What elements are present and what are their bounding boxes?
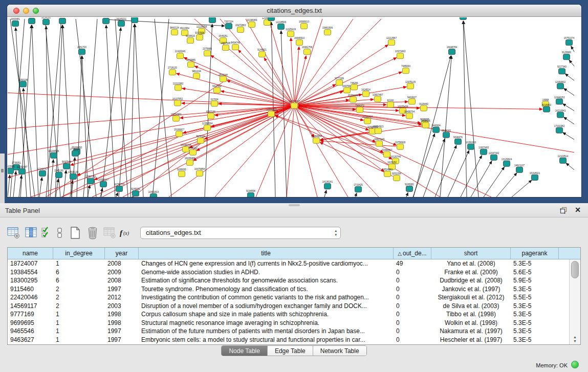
graph-node[interactable]: [324, 183, 331, 189]
graph-node[interactable]: [211, 101, 218, 106]
graph-node[interactable]: [443, 132, 450, 138]
graph-node[interactable]: [173, 116, 180, 121]
graph-node[interactable]: [133, 190, 139, 196]
graph-node[interactable]: [29, 18, 35, 24]
graph-node[interactable]: [249, 22, 255, 28]
graph-node[interactable]: [516, 167, 523, 172]
graph-node[interactable]: [563, 54, 570, 60]
graph-node[interactable]: [423, 122, 429, 128]
graph-node[interactable]: [204, 125, 211, 130]
graph-node[interactable]: [357, 107, 363, 113]
column-header-pagerank[interactable]: pagerank: [511, 248, 559, 259]
graph-node[interactable]: [560, 158, 567, 163]
scrollbar-arrows-icon[interactable]: ▲▼: [570, 335, 580, 343]
graph-node[interactable]: [72, 150, 79, 156]
graph-node[interactable]: [406, 113, 413, 119]
graph-node[interactable]: [324, 30, 331, 35]
graph-node[interactable]: [177, 53, 184, 59]
graph-node[interactable]: [557, 83, 564, 89]
graph-node[interactable]: [20, 81, 27, 87]
graph-node[interactable]: [118, 21, 125, 27]
graph-node[interactable]: [455, 139, 462, 144]
column-header-name[interactable]: name: [8, 248, 53, 259]
panel-collapse-handle[interactable]: [1, 169, 4, 172]
graph-node[interactable]: [543, 106, 550, 112]
graph-node[interactable]: [171, 30, 178, 35]
graph-node[interactable]: [175, 100, 181, 106]
graph-node[interactable]: [336, 80, 343, 85]
graph-node[interactable]: [397, 53, 404, 59]
graph-node[interactable]: [364, 118, 371, 124]
graph-node[interactable]: [491, 155, 497, 160]
graph-node[interactable]: [376, 141, 383, 146]
graph-node[interactable]: [187, 38, 194, 43]
graph-node[interactable]: [421, 105, 427, 111]
graph-node[interactable]: [19, 168, 26, 174]
graph-node[interactable]: [556, 99, 563, 104]
graph-node[interactable]: [198, 138, 204, 143]
graph-node[interactable]: [193, 73, 200, 79]
graph-node[interactable]: [397, 144, 404, 149]
graph-node[interactable]: [384, 151, 390, 157]
graph-node[interactable]: [176, 131, 183, 137]
graph-node[interactable]: [63, 163, 70, 169]
graph-node[interactable]: [407, 83, 414, 89]
graph-node[interactable]: [79, 49, 85, 55]
memory-status-indicator[interactable]: [571, 361, 579, 368]
graph-node[interactable]: [406, 186, 413, 191]
graph-node[interactable]: [8, 168, 14, 173]
graph-node[interactable]: [504, 161, 510, 166]
scrollbar-thumb[interactable]: [571, 261, 579, 278]
graph-node[interactable]: [208, 113, 214, 119]
graph-node[interactable]: [409, 99, 416, 104]
delete-columns-button[interactable]: [84, 225, 101, 241]
column-header-title[interactable]: title: [139, 248, 394, 259]
graph-node[interactable]: [175, 85, 182, 91]
close-panel-icon[interactable]: ✕: [575, 206, 581, 214]
graph-node[interactable]: [304, 49, 311, 55]
graph-node[interactable]: [344, 87, 351, 93]
panel-drag-handle[interactable]: [289, 204, 300, 206]
graph-node[interactable]: [220, 76, 227, 82]
window-titlebar[interactable]: citations_edges.txt: [7, 5, 581, 17]
graph-node[interactable]: [132, 17, 138, 23]
tab-edge-table[interactable]: Edge Table: [268, 346, 313, 356]
graph-node[interactable]: [403, 68, 409, 74]
table-row[interactable]: 1872400712008Changes of HCN gene express…: [8, 259, 580, 268]
graph-node[interactable]: [70, 173, 77, 179]
graph-node[interactable]: [100, 181, 107, 187]
graph-node[interactable]: [468, 144, 474, 149]
column-visibility-button[interactable]: [23, 225, 40, 241]
graph-node[interactable]: [363, 91, 369, 97]
graph-node[interactable]: [278, 24, 285, 30]
graph-node[interactable]: [291, 103, 298, 108]
row-mode-button[interactable]: [53, 225, 67, 241]
graph-node[interactable]: [116, 186, 123, 191]
function-builder-button[interactable]: f (x): [119, 225, 132, 241]
graph-node[interactable]: [209, 17, 216, 23]
graph-node[interactable]: [433, 127, 440, 133]
table-row[interactable]: 946554611997Estimation of the future num…: [8, 327, 580, 336]
graph-node[interactable]: [197, 35, 203, 40]
table-selector[interactable]: citations_edges.txt ▴▾: [140, 227, 341, 239]
graph-node[interactable]: [449, 49, 455, 55]
table-row[interactable]: 1456911722003Disruption of a novel membe…: [8, 302, 580, 311]
graph-node[interactable]: [150, 193, 157, 197]
select-columns-button[interactable]: [40, 225, 53, 241]
table-row[interactable]: 1830029562008Estimation of significance …: [8, 276, 580, 285]
graph-node[interactable]: [223, 45, 229, 51]
column-header-in_degree[interactable]: in_degree: [53, 248, 105, 259]
graph-node[interactable]: [59, 18, 66, 24]
create-column-button[interactable]: [67, 225, 84, 241]
graph-node[interactable]: [532, 174, 538, 180]
graph-node[interactable]: [355, 186, 362, 192]
graph-node[interactable]: [214, 87, 221, 93]
graph-node[interactable]: [301, 24, 308, 29]
graph-node[interactable]: [313, 138, 320, 143]
graph-node[interactable]: [350, 97, 357, 102]
table-row[interactable]: 969969511998Structural magnetic resonanc…: [8, 319, 580, 327]
column-header-year[interactable]: year: [105, 248, 139, 259]
graph-node[interactable]: [226, 24, 232, 29]
graph-node[interactable]: [268, 17, 275, 21]
graph-node[interactable]: [204, 51, 211, 56]
